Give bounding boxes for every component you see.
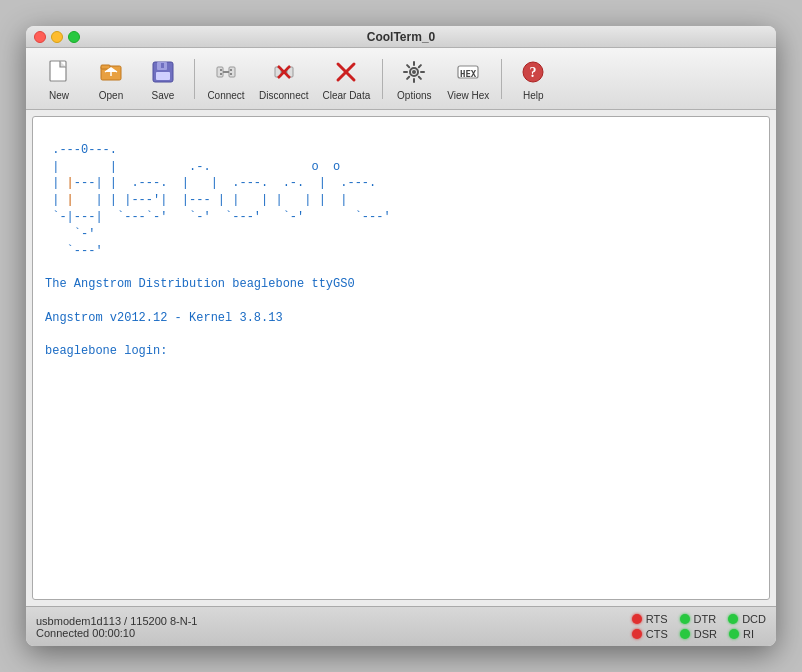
toolbar: New Open bbox=[26, 48, 776, 110]
separator-1 bbox=[194, 59, 195, 99]
traffic-lights bbox=[34, 31, 80, 43]
connected-time: Connected 00:00:10 bbox=[36, 627, 632, 639]
dcd-indicator: DCD bbox=[728, 613, 766, 625]
save-label: Save bbox=[152, 90, 175, 101]
svg-rect-14 bbox=[230, 73, 232, 75]
separator-2 bbox=[382, 59, 383, 99]
indicators-row-1: RTS DTR DCD bbox=[632, 613, 766, 625]
help-icon: ? bbox=[517, 56, 549, 88]
svg-line-31 bbox=[407, 77, 409, 79]
svg-line-30 bbox=[419, 65, 421, 67]
dsr-led bbox=[680, 629, 690, 639]
terminal-content[interactable]: .---0---. | | .-. o o | |---| | .---. | … bbox=[33, 117, 769, 599]
titlebar: CoolTerm_0 bbox=[26, 26, 776, 48]
svg-point-23 bbox=[412, 70, 416, 74]
connect-label: Connect bbox=[207, 90, 244, 101]
dcd-led bbox=[728, 614, 738, 624]
clear-data-button[interactable]: Clear Data bbox=[316, 52, 376, 105]
ri-indicator: RI bbox=[729, 628, 754, 640]
cts-indicator: CTS bbox=[632, 628, 668, 640]
svg-rect-0 bbox=[50, 61, 66, 81]
clear-data-icon bbox=[330, 56, 362, 88]
statusbar: usbmodem1d113 / 115200 8-N-1 Connected 0… bbox=[26, 606, 776, 646]
connect-icon bbox=[210, 56, 242, 88]
svg-rect-12 bbox=[220, 73, 222, 75]
open-icon bbox=[95, 56, 127, 88]
minimize-button[interactable] bbox=[51, 31, 63, 43]
rts-led bbox=[632, 614, 642, 624]
status-right: RTS DTR DCD CTS DSR bbox=[632, 613, 766, 640]
separator-3 bbox=[501, 59, 502, 99]
help-label: Help bbox=[523, 90, 544, 101]
options-button[interactable]: Options bbox=[389, 52, 439, 105]
dsr-indicator: DSR bbox=[680, 628, 717, 640]
clear-data-label: Clear Data bbox=[322, 90, 370, 101]
close-button[interactable] bbox=[34, 31, 46, 43]
ri-label: RI bbox=[743, 628, 754, 640]
open-button[interactable]: Open bbox=[86, 52, 136, 105]
svg-text:HEX: HEX bbox=[460, 69, 477, 79]
dsr-label: DSR bbox=[694, 628, 717, 640]
open-label: Open bbox=[99, 90, 123, 101]
help-button[interactable]: ? Help bbox=[508, 52, 558, 105]
view-hex-label: View Hex bbox=[447, 90, 489, 101]
disconnect-icon bbox=[268, 56, 300, 88]
new-button[interactable]: New bbox=[34, 52, 84, 105]
disconnect-button[interactable]: Disconnect bbox=[253, 52, 314, 105]
svg-rect-8 bbox=[217, 67, 223, 77]
status-left: usbmodem1d113 / 115200 8-N-1 Connected 0… bbox=[36, 615, 632, 639]
window-title: CoolTerm_0 bbox=[367, 30, 435, 44]
save-icon bbox=[147, 56, 179, 88]
rts-label: RTS bbox=[646, 613, 668, 625]
cts-label: CTS bbox=[646, 628, 668, 640]
svg-line-28 bbox=[407, 65, 409, 67]
svg-rect-2 bbox=[101, 65, 110, 69]
cts-led bbox=[632, 629, 642, 639]
svg-rect-9 bbox=[229, 67, 235, 77]
maximize-button[interactable] bbox=[68, 31, 80, 43]
new-label: New bbox=[49, 90, 69, 101]
dtr-led bbox=[680, 614, 690, 624]
indicators-row-2: CTS DSR RI bbox=[632, 628, 766, 640]
dcd-label: DCD bbox=[742, 613, 766, 625]
svg-rect-13 bbox=[230, 69, 232, 71]
main-window: CoolTerm_0 New Open bbox=[26, 26, 776, 646]
svg-rect-6 bbox=[156, 72, 170, 80]
options-label: Options bbox=[397, 90, 431, 101]
svg-rect-7 bbox=[161, 63, 164, 68]
save-button[interactable]: Save bbox=[138, 52, 188, 105]
dtr-indicator: DTR bbox=[680, 613, 717, 625]
connect-button[interactable]: Connect bbox=[201, 52, 251, 105]
ri-led bbox=[729, 629, 739, 639]
new-icon bbox=[43, 56, 75, 88]
svg-text:?: ? bbox=[530, 65, 537, 80]
options-icon bbox=[398, 56, 430, 88]
disconnect-label: Disconnect bbox=[259, 90, 308, 101]
svg-line-29 bbox=[419, 77, 421, 79]
view-hex-icon: HEX bbox=[452, 56, 484, 88]
dtr-label: DTR bbox=[694, 613, 717, 625]
connection-info: usbmodem1d113 / 115200 8-N-1 bbox=[36, 615, 632, 627]
view-hex-button[interactable]: HEX View Hex bbox=[441, 52, 495, 105]
rts-indicator: RTS bbox=[632, 613, 668, 625]
terminal-container: .---0---. | | .-. o o | |---| | .---. | … bbox=[32, 116, 770, 600]
svg-rect-11 bbox=[220, 69, 222, 71]
